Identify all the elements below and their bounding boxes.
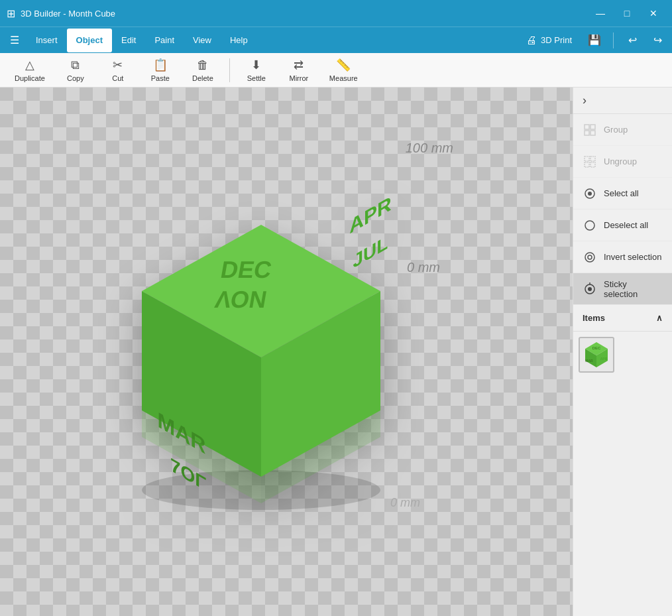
settle-label: Settle bbox=[247, 74, 266, 82]
items-section: Items ∧ DEC MAR APR bbox=[573, 305, 672, 616]
svg-rect-15 bbox=[590, 131, 595, 135]
cut-label: Cut bbox=[112, 74, 123, 82]
paste-button[interactable]: 📋 Paste bbox=[140, 56, 180, 85]
delete-button[interactable]: 🗑 Delete bbox=[183, 56, 223, 85]
ungroup-button[interactable]: Ungroup bbox=[573, 146, 672, 178]
invert-selection-label: Invert selection bbox=[604, 252, 661, 262]
svg-rect-16 bbox=[585, 156, 589, 161]
group-button[interactable]: Group bbox=[573, 114, 672, 146]
item-thumbnail-0[interactable]: DEC MAR APR bbox=[579, 337, 614, 373]
deselect-all-label: Deselect all bbox=[604, 220, 648, 230]
items-header: Items ∧ bbox=[573, 305, 672, 332]
menu-divider bbox=[613, 32, 614, 48]
select-all-button[interactable]: Select all bbox=[573, 178, 672, 210]
menu-edit[interactable]: Edit bbox=[112, 29, 145, 52]
items-collapse-icon[interactable]: ∧ bbox=[656, 313, 663, 323]
svg-text:APR: APR bbox=[349, 192, 391, 238]
svg-point-24 bbox=[588, 255, 592, 259]
mirror-button[interactable]: ⇄ Mirror bbox=[279, 56, 319, 85]
main-area: 100 mm 0 mm DEC ΛΟΝ MAR 7ΟΓ APR bbox=[0, 88, 672, 616]
menu-paint[interactable]: Paint bbox=[145, 29, 184, 52]
svg-rect-18 bbox=[585, 162, 589, 167]
svg-rect-13 bbox=[590, 125, 595, 129]
print-label: 3D Print bbox=[541, 35, 572, 45]
duplicate-label: Duplicate bbox=[15, 74, 45, 82]
svg-point-26 bbox=[588, 287, 592, 291]
close-button[interactable]: ✕ bbox=[642, 3, 665, 23]
svg-point-22 bbox=[585, 221, 594, 230]
dimension-label-100mm: 100 mm bbox=[406, 141, 453, 156]
svg-text:JUL: JUL bbox=[353, 231, 388, 272]
group-label: Group bbox=[604, 125, 628, 135]
toolbar-divider-1 bbox=[229, 58, 230, 82]
svg-rect-17 bbox=[590, 156, 595, 161]
items-label: Items bbox=[583, 313, 605, 323]
delete-icon: 🗑 bbox=[197, 58, 209, 72]
select-all-label: Select all bbox=[604, 188, 639, 198]
svg-text:APR: APR bbox=[600, 357, 608, 361]
dimension-bottom-label: 0 mm bbox=[390, 496, 420, 510]
svg-rect-12 bbox=[585, 125, 589, 129]
deselect-all-icon bbox=[583, 218, 597, 233]
svg-point-21 bbox=[588, 192, 592, 196]
group-icon bbox=[583, 123, 597, 137]
maximize-button[interactable]: □ bbox=[615, 3, 639, 23]
menu-help[interactable]: Help bbox=[221, 29, 257, 52]
window-title: 3D Builder - Month Cube bbox=[15, 9, 588, 19]
select-all-icon bbox=[583, 186, 597, 201]
undo-button[interactable]: ↩ bbox=[620, 29, 644, 52]
invert-selection-button[interactable]: Invert selection bbox=[573, 241, 672, 273]
menu-view[interactable]: View bbox=[184, 29, 221, 52]
svg-text:ΛΟΝ: ΛΟΝ bbox=[213, 286, 268, 313]
settle-button[interactable]: ⬇ Settle bbox=[237, 56, 276, 85]
svg-text:DEC: DEC bbox=[592, 346, 601, 350]
svg-rect-14 bbox=[585, 131, 589, 135]
right-panel: › Group Ungroup Select all Deselect all bbox=[573, 88, 672, 616]
toolbar: △ Duplicate ⧉ Copy ✂ Cut 📋 Paste 🗑 Delet… bbox=[0, 53, 672, 88]
duplicate-button[interactable]: △ Duplicate bbox=[7, 56, 53, 85]
cut-icon: ✂ bbox=[113, 58, 123, 72]
ungroup-label: Ungroup bbox=[604, 156, 637, 166]
copy-icon: ⧉ bbox=[71, 58, 80, 72]
svg-text:MAR: MAR bbox=[585, 359, 593, 363]
svg-rect-19 bbox=[590, 162, 595, 167]
window-controls: — □ ✕ bbox=[588, 3, 665, 23]
duplicate-icon: △ bbox=[25, 58, 34, 72]
menu-object[interactable]: Object bbox=[67, 29, 112, 52]
paste-label: Paste bbox=[151, 74, 170, 82]
delete-label: Delete bbox=[192, 74, 213, 82]
deselect-all-button[interactable]: Deselect all bbox=[573, 210, 672, 241]
print-icon: 🖨 bbox=[526, 34, 537, 46]
copy-label: Copy bbox=[67, 74, 84, 82]
settle-icon: ⬇ bbox=[251, 58, 261, 72]
measure-icon: 📏 bbox=[336, 58, 351, 72]
sticky-selection-icon bbox=[583, 282, 597, 296]
mirror-label: Mirror bbox=[290, 74, 309, 82]
viewport[interactable]: 100 mm 0 mm DEC ΛΟΝ MAR 7ΟΓ APR bbox=[0, 88, 573, 616]
cut-button[interactable]: ✂ Cut bbox=[98, 56, 138, 85]
measure-button[interactable]: 📏 Measure bbox=[321, 56, 366, 85]
cube-svg: DEC ΛΟΝ MAR 7ΟΓ APR JUL bbox=[95, 185, 414, 517]
menu-insert[interactable]: Insert bbox=[27, 29, 67, 52]
menu-right-area: 🖨 3D Print 💾 ↩ ↪ bbox=[518, 29, 669, 52]
panel-toggle-button[interactable]: › bbox=[573, 88, 672, 114]
undo-redo-group: ↩ ↪ bbox=[620, 29, 669, 52]
svg-point-23 bbox=[585, 253, 594, 262]
menu-bar: ☰ Insert Object Edit Paint View Help 🖨 3… bbox=[0, 27, 672, 53]
sticky-selection-button[interactable]: Sticky selection bbox=[573, 273, 672, 305]
svg-text:DEC: DEC bbox=[219, 256, 274, 283]
minimize-button[interactable]: — bbox=[588, 3, 612, 23]
measure-label: Measure bbox=[329, 74, 358, 82]
mirror-icon: ⇄ bbox=[294, 58, 304, 72]
copy-button[interactable]: ⧉ Copy bbox=[56, 56, 95, 85]
invert-selection-icon bbox=[583, 250, 597, 265]
panel-toggle-icon: › bbox=[583, 93, 587, 107]
3d-print-button[interactable]: 🖨 3D Print bbox=[518, 29, 580, 52]
3d-model[interactable]: DEC ΛΟΝ MAR 7ΟΓ APR JUL bbox=[95, 185, 414, 519]
paste-icon: 📋 bbox=[153, 58, 168, 72]
sticky-selection-label: Sticky selection bbox=[604, 279, 663, 299]
items-list: DEC MAR APR bbox=[573, 332, 672, 378]
hamburger-icon[interactable]: ☰ bbox=[3, 29, 27, 52]
save-button[interactable]: 💾 bbox=[583, 29, 606, 52]
redo-button[interactable]: ↪ bbox=[645, 29, 669, 52]
